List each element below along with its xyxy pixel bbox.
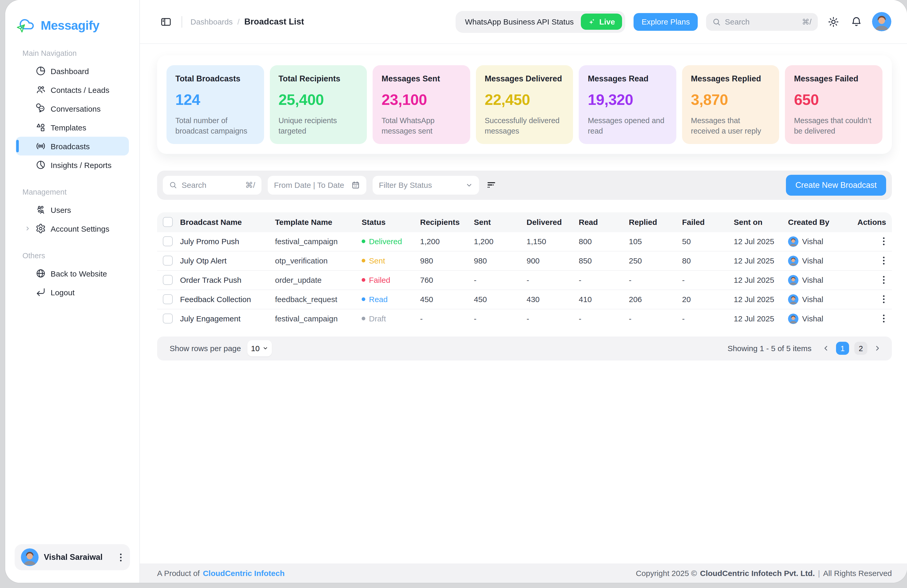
templates-icon	[35, 122, 46, 133]
sidebar-item-insights[interactable]: Insights / Reports	[16, 155, 129, 174]
row-checkbox[interactable]	[163, 275, 173, 285]
create-new-broadcast-button[interactable]: Create New Broadcast	[786, 175, 886, 195]
cell-created-by: Vishal	[802, 295, 823, 304]
cell-replied: 206	[629, 290, 682, 309]
live-badge-label: Live	[599, 17, 615, 26]
stat-desc: Messages that couldn’t be delivered	[794, 115, 873, 136]
sidebar-user-card[interactable]: Vishal Saraiwal	[14, 544, 130, 570]
user-menu-kebab-icon[interactable]	[118, 551, 124, 563]
cell-failed: 80	[682, 251, 734, 270]
broadcasts-icon	[35, 141, 46, 151]
row-checkbox[interactable]	[163, 236, 173, 246]
status-badge: Failed	[362, 276, 420, 284]
search-placeholder: Search	[182, 181, 240, 189]
notifications-bell-icon[interactable]	[849, 14, 864, 29]
row-checkbox[interactable]	[163, 256, 173, 266]
stat-card-messages-read: Messages Read 19,320 Messages opened and…	[579, 65, 676, 144]
creator-avatar	[788, 275, 798, 285]
status-filter-select[interactable]: Filter By Status	[373, 176, 479, 194]
status-label: Failed	[369, 276, 390, 284]
main-area: Dashboards / Broadcast List WhatsApp Bus…	[140, 0, 907, 583]
cell-created-by: Vishal	[802, 314, 823, 323]
cell-recipients: 980	[420, 251, 474, 270]
cell-read: -	[579, 270, 629, 290]
row-actions-kebab-icon[interactable]	[872, 255, 892, 267]
status-dot	[362, 317, 365, 320]
chevron-right-icon	[24, 225, 31, 232]
sidebar-item-account-settings[interactable]: Account Settings	[16, 219, 129, 238]
search-icon	[712, 18, 721, 26]
breadcrumb-section[interactable]: Dashboards	[191, 17, 233, 26]
row-actions-kebab-icon[interactable]	[872, 274, 892, 286]
user-avatar	[21, 548, 38, 566]
brand-logo: Messagify	[16, 16, 139, 35]
sidebar-item-label: Dashboard	[51, 67, 89, 75]
sidebar-item-logout[interactable]: Logout	[16, 283, 129, 301]
stat-desc: Total WhatsApp messages sent	[381, 115, 461, 136]
globe-icon	[35, 268, 46, 279]
cell-sent-on: 12 Jul 2025	[734, 309, 788, 328]
sidebar-item-templates[interactable]: Templates	[16, 118, 129, 137]
theme-toggle-sun-icon[interactable]	[826, 14, 841, 29]
cell-created-by: Vishal	[802, 237, 823, 246]
col-recipients: Recipients	[420, 212, 474, 232]
breadcrumb-separator: /	[237, 17, 240, 26]
table-row: July Promo Push festival_campaign Delive…	[157, 232, 892, 251]
row-checkbox[interactable]	[163, 314, 173, 324]
filter-icon[interactable]	[486, 180, 496, 190]
status-dot	[362, 278, 365, 282]
select-all-checkbox[interactable]	[163, 217, 173, 227]
col-delivered: Delivered	[527, 212, 579, 232]
contacts-icon	[35, 85, 46, 95]
sidebar-item-label: Conversations	[51, 104, 101, 113]
cell-failed: 50	[682, 232, 734, 251]
sidebar-item-broadcasts[interactable]: Broadcasts	[16, 137, 129, 155]
footer-copyright: Copyright 2025 ©	[636, 569, 697, 578]
filter-bar: Search ⌘/ From Date | To Date 12 Filter …	[157, 170, 892, 200]
footer-company-link[interactable]: CloudCentric Infotech	[203, 569, 284, 578]
col-template-name: Template Name	[275, 212, 362, 232]
status-label: Read	[369, 295, 388, 304]
sidebar-item-label: Contacts / Leads	[51, 85, 109, 94]
profile-avatar[interactable]	[872, 12, 891, 31]
cell-template-name: festival_campaign	[275, 309, 362, 328]
next-page-icon[interactable]	[873, 343, 883, 353]
row-checkbox[interactable]	[163, 294, 173, 304]
prev-page-icon[interactable]	[821, 343, 831, 353]
stat-desc: Unique recipients targeted	[279, 115, 358, 136]
sidebar-item-back-to-website[interactable]: Back to Website	[16, 264, 129, 283]
live-badge[interactable]: Live	[581, 14, 622, 30]
cell-delivered: -	[527, 309, 579, 328]
divider	[182, 16, 182, 27]
explore-plans-button[interactable]: Explore Plans	[634, 13, 698, 30]
cell-created-by: Vishal	[802, 276, 823, 284]
table-search-input[interactable]: Search ⌘/	[163, 176, 261, 194]
row-actions-kebab-icon[interactable]	[872, 293, 892, 305]
col-failed: Failed	[682, 212, 734, 232]
cell-sent: 980	[474, 251, 527, 270]
row-actions-kebab-icon[interactable]	[872, 235, 892, 247]
date-range-input[interactable]: From Date | To Date 12	[268, 176, 366, 194]
sidebar-toggle-icon[interactable]	[159, 14, 173, 29]
cell-sent: 450	[474, 290, 527, 309]
col-read: Read	[579, 212, 629, 232]
sidebar-item-conversations[interactable]: Conversations	[16, 99, 129, 118]
search-icon	[169, 181, 177, 189]
global-search-input[interactable]: Search ⌘/	[706, 13, 818, 30]
rows-per-page-select[interactable]: 10	[247, 340, 272, 356]
page-title: Broadcast List	[244, 17, 304, 27]
cell-recipients: 760	[420, 270, 474, 290]
col-actions: Actions	[857, 212, 892, 232]
sidebar-item-contacts[interactable]: Contacts / Leads	[16, 80, 129, 99]
cell-read: -	[579, 309, 629, 328]
row-actions-kebab-icon[interactable]	[872, 312, 892, 325]
nav-section-label: Management	[22, 188, 139, 196]
sidebar-item-label: Account Settings	[51, 224, 109, 233]
creator-avatar	[788, 313, 798, 324]
stat-title: Messages Replied	[691, 74, 771, 83]
status-badge: Sent	[362, 256, 420, 265]
page-button-2[interactable]: 2	[854, 342, 867, 355]
sidebar-item-dashboard[interactable]: Dashboard	[16, 62, 129, 80]
sidebar-item-users[interactable]: Users	[16, 200, 129, 219]
page-button-1[interactable]: 1	[836, 342, 849, 355]
